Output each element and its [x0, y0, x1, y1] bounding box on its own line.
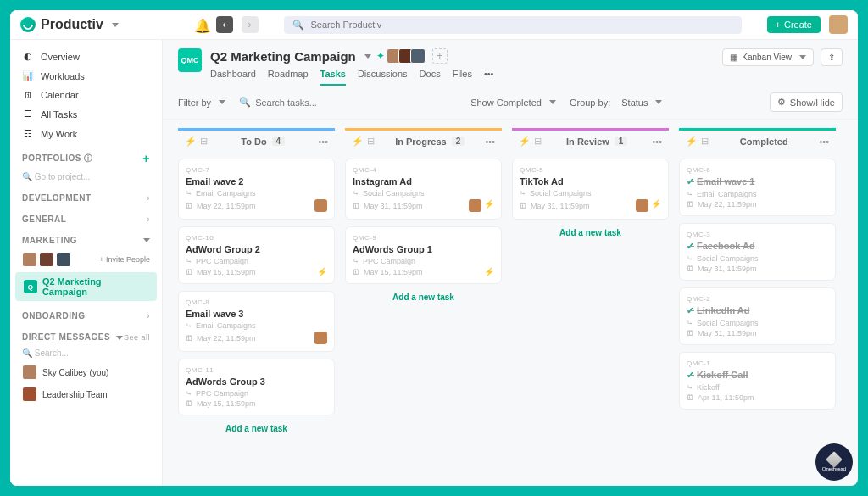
- assignee-avatar[interactable]: [636, 199, 648, 212]
- flash-icon[interactable]: ⚡: [686, 136, 698, 147]
- add-member-button[interactable]: +: [432, 48, 448, 64]
- sparkle-icon[interactable]: ✦: [376, 50, 385, 62]
- add-task-button[interactable]: Add a new task: [512, 220, 669, 246]
- section-general[interactable]: GENERAL›: [10, 206, 162, 227]
- task-card[interactable]: QMC-6 ✓Email wave 1 ⤷ Email Campaigns 🗓 …: [679, 159, 836, 216]
- task-card[interactable]: QMC-7 Email wave 2 ⤷ Email Campaigns 🗓 M…: [178, 159, 335, 220]
- nav-calendar[interactable]: 🗓Calendar: [10, 86, 162, 104]
- task-card[interactable]: QMC-1 ✓Kickoff Call ⤷ Kickoff 🗓 Apr 11, …: [679, 352, 836, 410]
- avatar[interactable]: [56, 252, 71, 267]
- avatar[interactable]: [39, 252, 54, 267]
- collapse-icon[interactable]: ⊟: [534, 136, 542, 147]
- show-hide-button[interactable]: ⚙Show/Hide: [770, 92, 843, 112]
- assignee-avatar[interactable]: [469, 199, 481, 212]
- create-button[interactable]: + Create: [767, 16, 821, 33]
- tab-discussions[interactable]: Discussions: [358, 69, 408, 86]
- project-q2-marketing[interactable]: Q Q2 Marketing Campaign: [15, 272, 157, 301]
- card-date: 🗓 May 31, 11:59pm: [687, 265, 757, 273]
- nav-overview[interactable]: ◐Overview: [10, 47, 162, 66]
- column-todo: ⚡⊟ To Do 4 ••• QMC-7 Email wave 2 ⤷ Emai…: [178, 128, 335, 477]
- card-id: QMC-8: [186, 298, 327, 306]
- card-id: QMC-4: [353, 166, 494, 174]
- tab-files[interactable]: Files: [453, 69, 472, 86]
- tab-docs[interactable]: Docs: [420, 69, 441, 86]
- nav-my-work[interactable]: ☶My Work: [10, 124, 162, 143]
- task-search[interactable]: 🔍: [239, 97, 372, 108]
- branch-icon: ⤷: [687, 190, 693, 198]
- task-card[interactable]: QMC-3 ✓Facebook Ad ⤷ Social Campaigns 🗓 …: [679, 223, 836, 281]
- user-avatar[interactable]: [829, 15, 848, 34]
- section-onboarding[interactable]: ONBOARDING›: [10, 303, 162, 324]
- project-members[interactable]: [390, 48, 426, 64]
- collapse-icon[interactable]: ⊟: [200, 136, 208, 147]
- add-task-button[interactable]: Add a new task: [345, 284, 502, 310]
- portfolio-search[interactable]: 🔍 Go to project...: [10, 169, 162, 185]
- nav-workloads[interactable]: 📊Workloads: [10, 66, 162, 86]
- project-title: Q2 Marketing Campaign: [210, 49, 356, 64]
- global-search[interactable]: 🔍: [284, 16, 742, 34]
- column-title: To Do 4: [241, 137, 285, 147]
- calendar-icon: 🗓: [186, 268, 193, 276]
- share-button[interactable]: ⇪: [821, 48, 843, 66]
- section-marketing[interactable]: MARKETING: [10, 227, 162, 248]
- nav-back-button[interactable]: ‹: [216, 16, 233, 33]
- column-menu-button[interactable]: •••: [318, 137, 328, 147]
- avatar: [22, 387, 37, 402]
- flash-icon[interactable]: ⚡: [352, 136, 364, 147]
- task-search-input[interactable]: [255, 98, 372, 108]
- column-count: 4: [272, 137, 286, 146]
- task-card[interactable]: QMC-11 AdWords Group 3 ⤷ PPC Campaign 🗓 …: [178, 359, 335, 415]
- task-card[interactable]: QMC-5 TikTok Ad ⤷ Social Campaigns 🗓 May…: [512, 159, 669, 220]
- tab-roadmap[interactable]: Roadmap: [268, 69, 309, 86]
- plus-icon: +: [776, 20, 781, 30]
- flash-icon[interactable]: ⚡: [185, 136, 197, 147]
- avatar[interactable]: [22, 252, 37, 267]
- task-card[interactable]: QMC-8 Email wave 3 ⤷ Email Campaigns 🗓 M…: [178, 291, 335, 352]
- flash-icon: ⚡: [484, 199, 494, 212]
- tab-tasks[interactable]: Tasks: [320, 69, 346, 86]
- card-tag: ⤷ Social Campaigns: [353, 189, 494, 198]
- group-by-selector[interactable]: Group by: Status: [570, 98, 663, 108]
- chevron-down-icon[interactable]: [364, 54, 371, 59]
- bell-icon[interactable]: 🔔: [194, 18, 208, 31]
- dm-leadership[interactable]: Leadership Team: [10, 383, 162, 405]
- brand-name: Productiv: [41, 17, 103, 32]
- section-development[interactable]: DEVELOPMENT›: [10, 185, 162, 206]
- collapse-icon[interactable]: ⊟: [701, 136, 709, 147]
- column-menu-button[interactable]: •••: [485, 137, 495, 147]
- nav-all-tasks[interactable]: ☰All Tasks: [10, 104, 162, 124]
- dm-search[interactable]: 🔍 Search...: [10, 345, 162, 361]
- nav-forward-button[interactable]: ›: [242, 16, 259, 33]
- chevron-down-icon: [655, 100, 662, 104]
- card-id: QMC-9: [353, 234, 494, 242]
- card-tag: ⤷ Kickoff: [687, 383, 828, 392]
- dm-self[interactable]: Sky Calibey (you): [10, 361, 162, 383]
- search-input[interactable]: [311, 20, 428, 30]
- column-menu-button[interactable]: •••: [819, 137, 829, 147]
- column-header: ⚡⊟ Completed •••: [679, 128, 836, 152]
- task-card[interactable]: QMC-9 AdWords Group 1 ⤷ PPC Campaign 🗓 M…: [345, 226, 502, 284]
- chevron-down-icon: [116, 336, 123, 340]
- flash-icon[interactable]: ⚡: [519, 136, 531, 147]
- add-portfolio-button[interactable]: +: [142, 152, 150, 165]
- add-task-button[interactable]: Add a new task: [178, 415, 335, 442]
- chevron-down-icon: [799, 55, 806, 59]
- info-icon[interactable]: ⓘ: [84, 153, 93, 163]
- view-selector[interactable]: ▦ Kanban View: [722, 48, 814, 66]
- branch-icon: ⤷: [687, 383, 693, 392]
- show-completed-toggle[interactable]: Show Completed: [470, 98, 556, 108]
- tab-dashboard[interactable]: Dashboard: [210, 69, 256, 86]
- card-date: 🗓 May 22, 11:59pm: [186, 202, 256, 210]
- invite-people-link[interactable]: + Invite People: [99, 255, 150, 264]
- task-card[interactable]: QMC-10 AdWord Group 2 ⤷ PPC Campaign 🗓 M…: [178, 226, 335, 284]
- collapse-icon[interactable]: ⊟: [367, 136, 375, 147]
- see-all-link[interactable]: See all: [124, 333, 150, 342]
- task-card[interactable]: QMC-4 Instagram Ad ⤷ Social Campaigns 🗓 …: [345, 159, 502, 220]
- app-logo[interactable]: Productiv: [20, 17, 119, 32]
- assignee-avatar[interactable]: [314, 332, 327, 344]
- tab-more[interactable]: •••: [484, 69, 494, 86]
- column-menu-button[interactable]: •••: [652, 137, 662, 147]
- task-card[interactable]: QMC-2 ✓LinkedIn Ad ⤷ Social Campaigns 🗓 …: [679, 287, 836, 345]
- filter-by[interactable]: Filter by: [178, 98, 225, 108]
- assignee-avatar[interactable]: [314, 199, 327, 212]
